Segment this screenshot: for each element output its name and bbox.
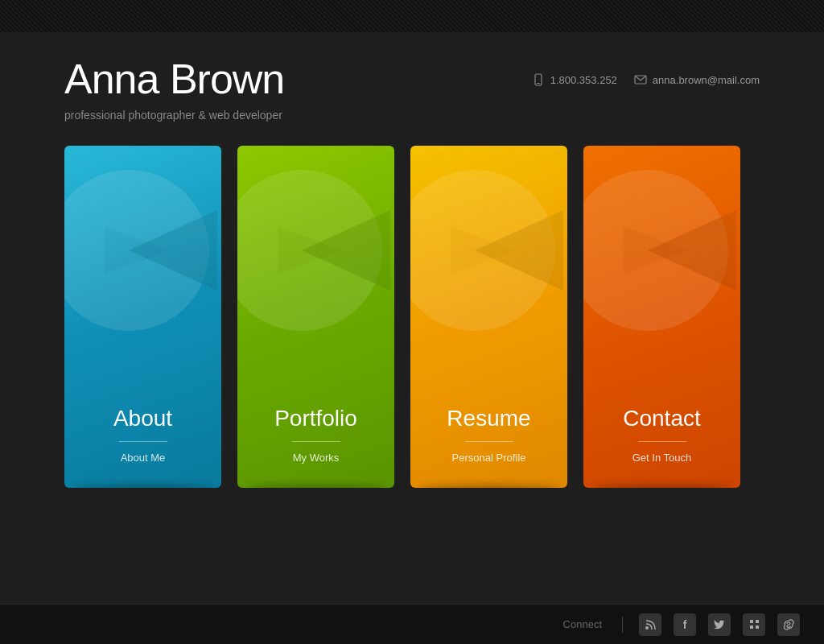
card-divider-about <box>119 441 167 442</box>
card-divider-resume <box>465 441 513 442</box>
cards-container: About About Me Portfolio My Works <box>64 146 760 488</box>
card-content-resume: Resume Personal Profile <box>410 406 567 464</box>
card-content-about: About About Me <box>64 406 221 464</box>
card-portfolio[interactable]: Portfolio My Works <box>237 146 394 488</box>
header-contact: 1.800.353.252 anna.brown@mail.com <box>531 72 760 87</box>
card-divider-portfolio <box>292 441 340 442</box>
card-bg-decoration <box>237 162 390 342</box>
top-bar <box>0 0 824 32</box>
card-title-about: About <box>76 406 209 431</box>
grid-button[interactable] <box>743 613 765 636</box>
phone-contact: 1.800.353.252 <box>531 72 617 87</box>
svg-rect-19 <box>756 625 759 629</box>
card-subtitle-about: About Me <box>76 452 209 464</box>
card-content-contact: Contact Get In Touch <box>583 406 740 464</box>
phone-icon <box>531 72 546 87</box>
card-contact[interactable]: Contact Get In Touch <box>583 146 740 488</box>
site-tagline: professional photographer & web develope… <box>64 109 284 122</box>
email-contact: anna.brown@mail.com <box>633 72 760 87</box>
card-subtitle-contact: Get In Touch <box>595 452 728 464</box>
bottom-bar: Connect f <box>0 604 824 644</box>
phone-number: 1.800.353.252 <box>550 74 617 86</box>
header: Anna Brown professional photographer & w… <box>0 32 824 138</box>
connect-label: Connect <box>563 618 602 630</box>
card-bg-decoration <box>583 162 736 342</box>
site-name: Anna Brown <box>64 56 284 102</box>
header-left: Anna Brown professional photographer & w… <box>64 56 284 122</box>
email-icon <box>633 72 648 87</box>
card-content-portfolio: Portfolio My Works <box>237 406 394 464</box>
twitter-button[interactable] <box>708 613 731 636</box>
card-subtitle-portfolio: My Works <box>249 452 382 464</box>
skype-button[interactable] <box>777 613 800 636</box>
card-subtitle-resume: Personal Profile <box>422 452 555 464</box>
rss-button[interactable] <box>639 613 661 636</box>
card-bg-decoration <box>64 162 217 342</box>
card-title-contact: Contact <box>595 406 728 431</box>
svg-rect-18 <box>750 625 753 629</box>
card-resume[interactable]: Resume Personal Profile <box>410 146 567 488</box>
email-address: anna.brown@mail.com <box>653 74 760 86</box>
facebook-icon: f <box>683 618 687 631</box>
card-title-resume: Resume <box>422 406 555 431</box>
card-divider-contact <box>638 441 686 442</box>
cards-section: About About Me Portfolio My Works <box>0 138 824 512</box>
card-bg-decoration <box>410 162 563 342</box>
card-title-portfolio: Portfolio <box>249 406 382 431</box>
svg-rect-1 <box>537 83 540 84</box>
svg-point-15 <box>645 626 649 630</box>
svg-rect-16 <box>750 620 753 623</box>
svg-rect-17 <box>756 620 759 623</box>
card-about[interactable]: About About Me <box>64 146 221 488</box>
facebook-button[interactable]: f <box>674 613 696 636</box>
social-divider <box>622 617 623 633</box>
